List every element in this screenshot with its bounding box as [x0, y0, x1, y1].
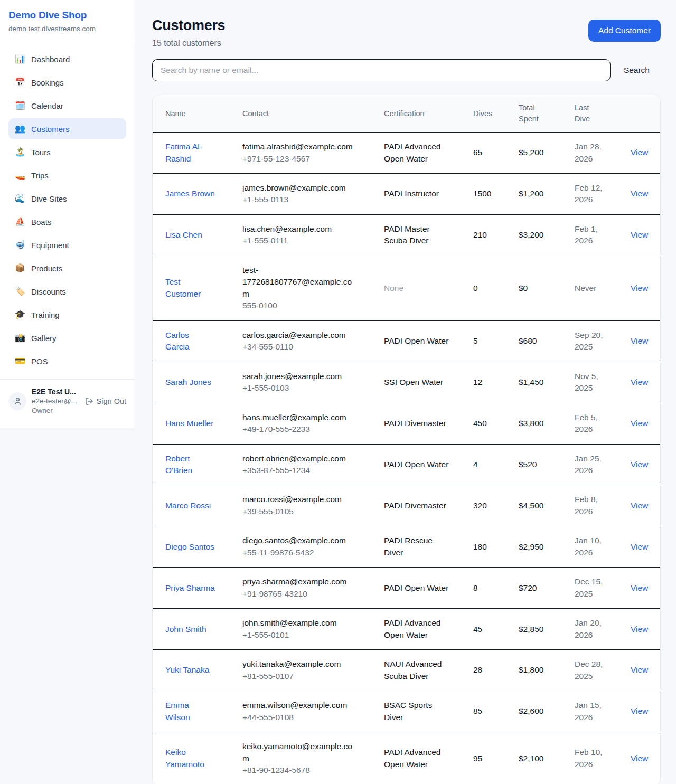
- sidebar-item-training[interactable]: 🎓 Training: [8, 304, 126, 325]
- sidebar-item-tours[interactable]: 🏝️ Tours: [8, 141, 126, 163]
- customer-name-link[interactable]: Carlos Garcia: [165, 329, 215, 353]
- customer-name-link[interactable]: Yuki Tanaka: [165, 664, 209, 676]
- brand-name: Demo Dive Shop: [8, 10, 126, 21]
- cell-last-dive: Feb 5, 2026: [562, 403, 618, 444]
- sidebar-item-bookings[interactable]: 📅 Bookings: [8, 72, 126, 93]
- cell-contact: keiko.yamamoto@example.com +81-90-1234-5…: [230, 732, 371, 784]
- cell-total-spent: $3,200: [506, 214, 562, 256]
- view-customer-link[interactable]: View: [631, 706, 648, 715]
- customer-email: keiko.yamamoto@example.com: [242, 741, 358, 764]
- cell-name: Test Customer: [153, 256, 230, 320]
- add-customer-button[interactable]: Add Customer: [588, 20, 661, 42]
- sidebar-item-equipment[interactable]: 🤿 Equipment: [8, 234, 126, 256]
- customer-phone: +34-555-0110: [242, 341, 371, 353]
- cell-dives: 450: [461, 403, 506, 444]
- view-customer-link[interactable]: View: [631, 501, 648, 510]
- customer-phone: +39-555-0105: [242, 506, 371, 517]
- customer-name-link[interactable]: Test Customer: [165, 276, 215, 300]
- cell-certification: PADI Master Scuba Diver: [371, 214, 461, 256]
- customer-name-link[interactable]: Diego Santos: [165, 541, 214, 553]
- cell-view: View: [618, 133, 660, 174]
- customer-name-link[interactable]: Keiko Yamamoto: [165, 747, 215, 770]
- main-content: Customers 15 total customers Add Custome…: [135, 0, 676, 784]
- customer-phone: +81-555-0107: [242, 670, 371, 682]
- nav-item-icon: 🤿: [15, 241, 25, 249]
- customer-name-link[interactable]: James Brown: [165, 188, 215, 200]
- cell-contact: priya.sharma@example.com +91-98765-43210: [230, 568, 371, 609]
- sidebar-item-dashboard[interactable]: 📊 Dashboard: [8, 49, 126, 70]
- customer-name-link[interactable]: Marco Rossi: [165, 500, 211, 512]
- sidebar-item-discounts[interactable]: 🏷️ Discounts: [8, 281, 126, 302]
- customer-name-link[interactable]: Hans Mueller: [165, 418, 213, 429]
- cell-total-spent: $1,450: [506, 362, 562, 403]
- search-button[interactable]: Search: [611, 59, 661, 81]
- cell-last-dive: Never: [562, 256, 618, 320]
- cell-view: View: [618, 732, 660, 784]
- view-customer-link[interactable]: View: [631, 284, 648, 292]
- view-customer-link[interactable]: View: [631, 419, 648, 428]
- page-title: Customers: [152, 17, 225, 34]
- view-customer-link[interactable]: View: [631, 542, 648, 551]
- view-customer-link[interactable]: View: [631, 336, 648, 345]
- view-customer-link[interactable]: View: [631, 230, 648, 239]
- customers-table-card: Name Contact Certification Dives Total S…: [152, 95, 661, 784]
- customer-phone: +1-555-0111: [242, 235, 371, 247]
- view-customer-link[interactable]: View: [631, 625, 648, 634]
- cell-certification: NAUI Advanced Scuba Diver: [371, 650, 461, 691]
- customer-email: priya.sharma@example.com: [242, 576, 358, 588]
- customer-name-link[interactable]: Priya Sharma: [165, 582, 215, 594]
- view-customer-link[interactable]: View: [631, 665, 648, 674]
- cell-last-dive: Jan 28, 2026: [562, 133, 618, 174]
- sidebar-item-boats[interactable]: ⛵ Boats: [8, 211, 126, 232]
- sidebar-item-trips[interactable]: 🚤 Trips: [8, 165, 126, 186]
- cell-last-dive: Feb 8, 2026: [562, 485, 618, 526]
- sidebar-item-dive-sites[interactable]: 🌊 Dive Sites: [8, 188, 126, 209]
- cell-total-spent: $5,200: [506, 133, 562, 174]
- customer-name-link[interactable]: Robert O'Brien: [165, 453, 215, 477]
- cell-view: View: [618, 320, 660, 362]
- cell-certification: SSI Open Water: [371, 362, 461, 403]
- customer-name-link[interactable]: John Smith: [165, 624, 206, 635]
- nav-item-label: Equipment: [31, 241, 69, 250]
- cell-contact: sarah.jones@example.com +1-555-0103: [230, 362, 371, 403]
- nav-item-label: Tours: [31, 148, 51, 157]
- sidebar-item-pos[interactable]: 💳 POS: [8, 351, 126, 372]
- table-header-row: Name Contact Certification Dives Total S…: [153, 95, 660, 133]
- table-row: Marco Rossi marco.rossi@example.com +39-…: [153, 485, 660, 526]
- view-customer-link[interactable]: View: [631, 583, 648, 592]
- customer-name-link[interactable]: Sarah Jones: [165, 376, 211, 388]
- column-header: Last Dive: [562, 95, 618, 133]
- customer-name-link[interactable]: Emma Wilson: [165, 700, 215, 723]
- view-customer-link[interactable]: View: [631, 189, 648, 198]
- table-row: Robert O'Brien robert.obrien@example.com…: [153, 444, 660, 485]
- cell-total-spent: $4,500: [506, 485, 562, 526]
- sidebar-item-calendar[interactable]: 🗓️ Calendar: [8, 95, 126, 116]
- view-customer-link[interactable]: View: [631, 148, 648, 157]
- sign-out-button[interactable]: Sign Out: [85, 397, 126, 405]
- cell-last-dive: Sep 20, 2025: [562, 320, 618, 362]
- cell-name: James Brown: [153, 173, 230, 214]
- table-row: Carlos Garcia carlos.garcia@example.com …: [153, 320, 660, 362]
- cell-name: John Smith: [153, 609, 230, 650]
- view-customer-link[interactable]: View: [631, 377, 648, 386]
- nav-item-icon: ⛵: [15, 218, 25, 226]
- view-customer-link[interactable]: View: [631, 754, 648, 763]
- nav-item-label: Bookings: [31, 78, 64, 87]
- sidebar-item-customers[interactable]: 👥 Customers: [8, 118, 126, 139]
- cell-total-spent: $2,600: [506, 691, 562, 732]
- customer-name-link[interactable]: Fatima Al-Rashid: [165, 141, 215, 165]
- cell-view: View: [618, 650, 660, 691]
- view-customer-link[interactable]: View: [631, 460, 648, 469]
- table-row: Fatima Al-Rashid fatima.alrashid@example…: [153, 133, 660, 174]
- nav-item-label: Discounts: [31, 287, 66, 296]
- sidebar-item-gallery[interactable]: 📸 Gallery: [8, 327, 126, 348]
- cell-certification: PADI Open Water: [371, 568, 461, 609]
- customer-phone: +971-55-123-4567: [242, 153, 371, 165]
- sidebar-item-products[interactable]: 📦 Products: [8, 258, 126, 279]
- customer-name-link[interactable]: Lisa Chen: [165, 229, 202, 241]
- nav-item-icon: 🚤: [15, 171, 25, 180]
- customer-email: marco.rossi@example.com: [242, 494, 358, 505]
- brand-block: Demo Dive Shop demo.test.divestreams.com: [0, 0, 135, 41]
- search-input[interactable]: [152, 59, 611, 81]
- cell-dives: 45: [461, 609, 506, 650]
